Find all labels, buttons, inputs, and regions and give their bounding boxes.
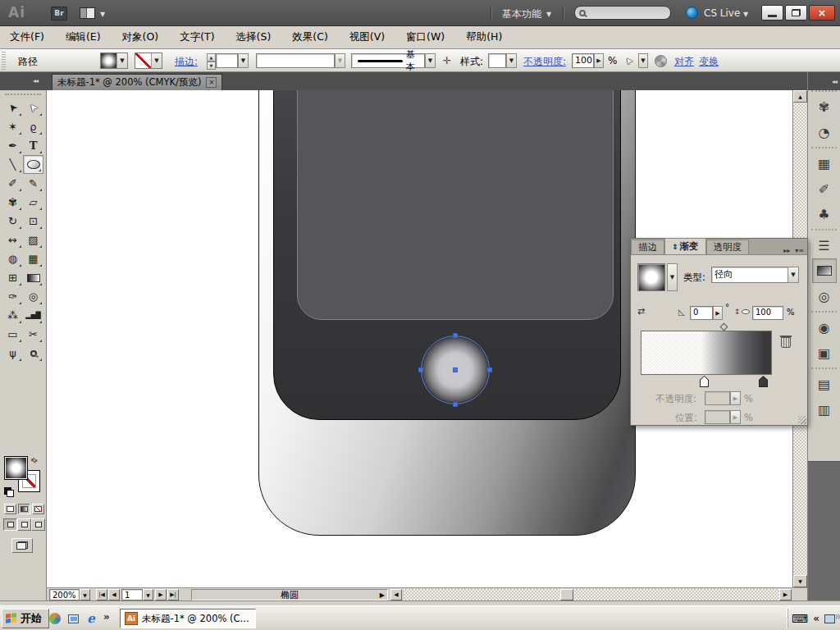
menu-edit[interactable]: 编辑(E) xyxy=(66,30,101,44)
minimize-button[interactable] xyxy=(761,5,783,21)
swap-fill-stroke-icon[interactable]: ⇄ xyxy=(30,455,39,465)
anchor-bottom[interactable] xyxy=(453,402,458,407)
gradient-midpoint-handle[interactable] xyxy=(720,323,728,331)
anchor-left[interactable] xyxy=(418,368,423,372)
appearance-panel-button[interactable]: ◉ xyxy=(812,315,837,340)
width-profile-field[interactable] xyxy=(256,53,335,68)
color-panel-button[interactable]: ✾ xyxy=(812,94,837,119)
menu-object[interactable]: 对象(O) xyxy=(122,30,159,44)
stepper-up-icon[interactable]: ▲ xyxy=(207,53,216,62)
ime-keyboard-icon[interactable]: ⌨ xyxy=(792,612,808,625)
stroke-weight-field[interactable] xyxy=(216,53,238,68)
stroke-panel-button[interactable]: ☰ xyxy=(812,233,837,258)
fill-indicator[interactable] xyxy=(4,456,28,480)
brush-definition-field[interactable]: 基本 xyxy=(351,53,425,68)
panel-resize-grip[interactable] xyxy=(798,416,806,424)
menu-view[interactable]: 视图(V) xyxy=(349,30,385,44)
blob-brush-tool[interactable]: ✾ xyxy=(2,193,23,212)
gradient-thumbnail-dropdown[interactable]: ▼ xyxy=(667,263,678,291)
close-button[interactable]: × xyxy=(809,5,835,21)
tab-gradient[interactable]: ⇕ 渐变 xyxy=(664,238,706,254)
menu-type[interactable]: 文字(T) xyxy=(180,30,214,44)
start-button[interactable]: 开始 xyxy=(2,609,49,628)
search-input[interactable] xyxy=(586,7,660,18)
scale-tool[interactable]: ⊡ xyxy=(23,212,43,231)
opacity-dropdown[interactable]: ▶ xyxy=(594,53,604,68)
gradient-button[interactable] xyxy=(18,504,30,514)
width-profile-dropdown[interactable]: ▼ xyxy=(335,53,345,68)
angle-dropdown[interactable]: ▶ xyxy=(713,306,723,320)
page-dropdown-icon[interactable]: ▼ xyxy=(143,589,153,600)
menu-effect[interactable]: 效果(C) xyxy=(292,30,327,44)
anchor-center[interactable] xyxy=(453,368,458,372)
pen-tool[interactable]: ✒ xyxy=(2,136,23,155)
symbols-button[interactable]: ♣ xyxy=(812,202,837,226)
opacity-link[interactable]: 不透明度: xyxy=(523,55,566,69)
transform-link[interactable]: 变换 xyxy=(699,55,719,69)
stroke-weight-dropdown[interactable]: ▼ xyxy=(238,53,249,68)
workspace-switcher[interactable]: 基本功能 xyxy=(502,7,541,21)
status-panel-arrow-icon[interactable]: ◀ xyxy=(390,589,402,600)
graphic-styles-button[interactable]: ▣ xyxy=(812,340,837,365)
draw-normal-button[interactable] xyxy=(3,518,17,531)
show-desktop-icon[interactable] xyxy=(66,611,80,626)
brush-definition-dropdown[interactable]: ▼ xyxy=(425,53,436,68)
brushes-button[interactable]: ✐ xyxy=(812,176,837,201)
stroke-weight-link[interactable]: 描边: xyxy=(175,55,198,69)
zoom-level-field[interactable]: 200% xyxy=(49,589,80,600)
stop-location-field[interactable]: ▶ xyxy=(705,410,741,424)
slice-tool[interactable]: ✂ xyxy=(23,325,43,344)
color-guide-button[interactable]: ◔ xyxy=(812,120,837,144)
restore-button[interactable] xyxy=(785,5,807,21)
gradient-stop-white[interactable] xyxy=(700,376,709,387)
status-menu-icon[interactable]: ▶ xyxy=(380,591,385,599)
page-number-field[interactable]: 1 xyxy=(121,589,143,600)
tray-chevron[interactable]: « xyxy=(813,613,819,624)
next-page-icon[interactable]: ▶ xyxy=(155,589,167,600)
tab-stroke[interactable]: 描边 xyxy=(631,240,664,254)
draw-behind-button[interactable] xyxy=(17,518,31,531)
media-player-icon[interactable] xyxy=(48,611,62,626)
status-display[interactable]: 椭圆 ▶ xyxy=(191,589,388,600)
panel-expand-icon[interactable]: ▸▸ xyxy=(783,247,790,254)
zoom-tool[interactable] xyxy=(23,344,43,363)
arrange-documents-caret-icon[interactable]: ▼ xyxy=(100,11,105,18)
selection-tool[interactable]: ➤ xyxy=(2,98,23,117)
rotate-tool[interactable]: ↻ xyxy=(2,212,23,231)
menu-file[interactable]: 文件(F) xyxy=(10,30,44,44)
controlbar-grip[interactable] xyxy=(2,52,6,70)
document-tab[interactable]: 未标题-1* @ 200% (CMYK/预览) × xyxy=(52,74,222,90)
horizontal-scrollbar-track[interactable] xyxy=(404,589,779,600)
width-tool[interactable]: ↭ xyxy=(2,231,23,249)
phone-screen-shape[interactable] xyxy=(297,90,614,320)
swatches-button[interactable]: ▦ xyxy=(812,151,837,176)
workspace-caret-icon[interactable]: ▼ xyxy=(546,11,551,18)
search-box[interactable] xyxy=(574,6,671,20)
select-similar-dropdown[interactable]: ▼ xyxy=(638,53,648,68)
aspect-ratio-field[interactable]: 100 xyxy=(752,306,783,320)
dock-collapse2-icon[interactable]: ◂◂ xyxy=(832,78,837,85)
bridge-button[interactable]: Br xyxy=(51,7,67,21)
align-link[interactable]: 对齐 xyxy=(674,55,694,69)
gradient-tool[interactable] xyxy=(23,268,43,287)
gradient-type-select[interactable]: 径向 ▼ xyxy=(711,267,799,283)
anchor-top[interactable] xyxy=(453,333,458,338)
arrange-documents-icon[interactable] xyxy=(80,7,95,19)
cs-live-caret-icon[interactable]: ▼ xyxy=(743,11,748,18)
menu-window[interactable]: 窗口(W) xyxy=(406,30,445,44)
select-similar-icon[interactable]: ➤ xyxy=(625,55,632,66)
type-tool[interactable]: T xyxy=(23,136,43,155)
gradient-panel-button[interactable] xyxy=(812,258,837,283)
column-graph-tool[interactable]: ▂▅█ xyxy=(23,306,43,325)
blend-tool[interactable]: ◎ xyxy=(23,287,43,306)
screen-mode-button[interactable] xyxy=(11,538,33,553)
last-page-icon[interactable]: ▶| xyxy=(167,589,179,600)
menu-help[interactable]: 帮助(H) xyxy=(466,30,502,44)
artboards-panel-button[interactable]: ▥ xyxy=(812,397,837,422)
gradient-slider-bar[interactable] xyxy=(641,331,772,375)
style-field[interactable] xyxy=(488,53,506,68)
internet-explorer-icon[interactable]: e xyxy=(84,611,98,626)
zoom-dropdown-icon[interactable]: ▼ xyxy=(80,589,90,600)
layers-panel-button[interactable]: ▤ xyxy=(812,372,837,396)
artboard-tool[interactable]: ▭ xyxy=(2,325,23,344)
